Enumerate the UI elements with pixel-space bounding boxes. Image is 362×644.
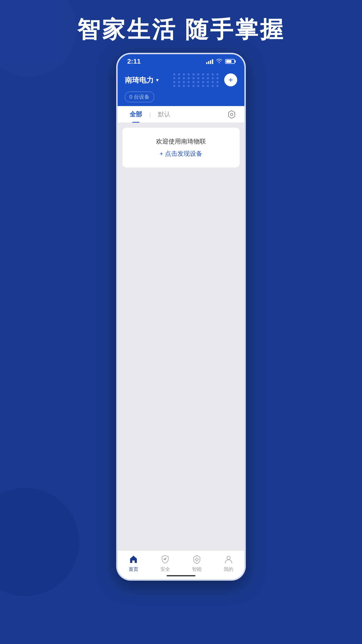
smart-icon [192,554,202,564]
tab-divider: | [149,111,151,118]
hexagon-settings-icon [227,110,236,119]
add-device-button[interactable]: + [224,74,237,86]
header-top: 南琦电力 ▾ + [125,74,237,87]
settings-icon-button[interactable] [226,109,237,120]
welcome-text: 欢迎使用南琦物联 [130,137,232,146]
battery-icon [225,59,235,64]
nav-item-profile[interactable]: 我的 [213,554,244,572]
main-content: 欢迎使用南琦物联 + 点击发现设备 [118,123,244,543]
dot-pattern [173,74,219,87]
location-selector[interactable]: 南琦电力 ▾ [125,75,159,85]
nav-item-home[interactable]: 首页 [118,554,149,572]
bg-decoration-bottom-left [0,488,79,596]
tab-all[interactable]: 全部 [125,106,147,122]
tab-default[interactable]: 默认 [153,106,175,122]
shield-icon [160,554,170,564]
nav-label-security: 安全 [160,566,170,572]
status-bar: 2:11 [118,54,244,68]
nav-label-profile: 我的 [224,566,233,572]
home-indicator [167,575,195,576]
header-right: + [173,74,237,87]
svg-point-2 [196,558,198,561]
signal-icon [206,59,213,64]
dropdown-arrow-icon: ▾ [156,77,159,83]
app-header: 南琦电力 ▾ + 0 台设备 [118,68,244,106]
nav-label-smart: 智能 [192,566,202,572]
device-count-badge: 0 台设备 [125,92,154,102]
hero-text: 智家生活 随手掌握 [0,14,362,46]
welcome-card: 欢迎使用南琦物联 + 点击发现设备 [122,128,240,168]
status-time: 2:11 [127,58,141,65]
discover-device-link[interactable]: + 点击发现设备 [130,150,232,158]
tab-bar: 全部 | 默认 [118,106,244,123]
home-icon [128,554,139,564]
phone-frame: 2:11 [116,53,246,581]
nav-item-security[interactable]: 安全 [149,554,181,572]
device-count-row: 0 台设备 [125,92,237,106]
location-name: 南琦电力 [125,75,154,85]
wifi-icon [216,58,222,65]
bottom-nav: 首页 安全 [118,550,244,579]
status-icons [206,58,235,65]
svg-point-0 [230,113,233,116]
nav-item-smart[interactable]: 智能 [181,554,213,572]
phone-mockup: 2:11 [116,53,246,581]
profile-icon [223,554,234,564]
svg-point-3 [227,556,230,560]
nav-label-home: 首页 [129,566,138,572]
